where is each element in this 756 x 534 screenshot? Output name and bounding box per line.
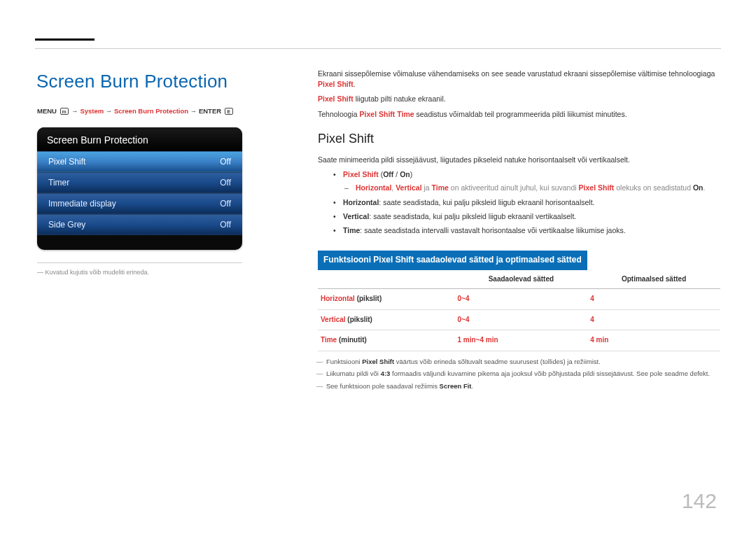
text: : saate seadistada, kui palju piksleid l… [369,212,576,220]
text: väärtus võib erineda sõltuvalt seadme su… [394,358,601,365]
cell-label-red: Vertical [321,316,346,323]
cell-optimal: 4 [587,289,720,310]
bc-menu: MENU [37,107,57,115]
osd-row-timer[interactable]: Timer Off [37,172,242,193]
keyword: Screen Fit [440,382,472,390]
text: : saate seadistada, kui palju piksleid l… [379,198,594,206]
keyword: Vertical [343,212,369,220]
intro-p3: Tehnoloogia Pixel Shift Time seadistus v… [318,109,721,120]
osd-row-value: Off [220,219,231,231]
keyword: Time [432,183,449,192]
intro-p2: Pixel Shift liigutab pilti natuke ekraan… [318,94,721,104]
osd-row-label: Immediate display [48,198,116,210]
header-rule-thin [35,48,721,49]
bullet-list: Pixel Shift (Off / On) Horizontal, Verti… [333,169,721,236]
cell-available: 0~4 [455,289,588,310]
cell-optimal: 4 [587,309,720,330]
text: on aktiveeritud ainult juhul, kui suvand… [449,183,579,192]
text: Ekraani sissepõlemise võimaluse vähendam… [318,69,715,78]
sub-bullet-activation: Horizontal, Vertical ja Time on aktiveer… [354,183,721,193]
note-2: Liikumatu pildi või 4:3 formaadis väljun… [318,369,721,379]
keyword: Time [343,226,360,234]
th-optimal: Optimaalsed sätted [587,270,720,289]
note-3: See funktsioon pole saadaval režiimis Sc… [318,381,721,391]
section-heading: Pixel Shift [318,129,721,148]
post-notes: Funktsiooni Pixel Shift väärtus võib eri… [318,357,721,391]
text: See funktsioon pole saadaval režiimis [326,382,440,390]
keyword-pixel-shift: Pixel Shift [318,94,354,103]
bc-system: System [80,107,104,115]
osd-row-side-grey[interactable]: Side Grey Off [37,214,242,235]
value-off: Off [383,170,393,178]
page-title: Screen Burn Protection [36,69,227,95]
osd-note-text: Kuvatud kujutis võib mudeliti erineda. [46,269,150,276]
cell-label-unit: (minutit) [337,336,367,344]
text: . [472,382,474,390]
bullet-time: Time: saate seadistada intervalli vastav… [333,225,721,236]
cell-label-red: Time [321,336,337,344]
text: Funktsiooni [326,358,362,365]
bullet-vertical: Vertical: saate seadistada, kui palju pi… [333,211,721,222]
keyword: Pixel Shift [579,183,615,192]
osd-row-value: Off [220,198,231,210]
table-caption-bar: Funktsiooni Pixel Shift saadaolevad sätt… [318,251,587,269]
osd-panel: Screen Burn Protection Pixel Shift Off T… [37,127,242,250]
text: Tehnoloogia [318,110,360,118]
cell-label-unit: (pikslit) [355,295,382,302]
keyword: Horizontal [343,198,379,206]
enter-icon: E [225,108,233,115]
cell-label-unit: (pikslit) [346,316,372,323]
keyword: Horizontal [356,183,391,192]
text: ) [410,170,413,178]
menu-icon: m [60,108,69,115]
osd-note-rule [37,262,242,263]
osd-row-value: Off [220,177,231,189]
bullet-horizontal: Horizontal: saate seadistada, kui palju … [333,197,721,208]
text: Liikumatu pildi või [326,370,381,377]
osd-row-label: Timer [48,177,69,189]
keyword: Pixel Shift [343,170,379,178]
text: . [354,80,356,88]
value-on: On [693,183,704,192]
intro-p1: Ekraani sissepõlemise võimaluse vähendam… [318,69,721,90]
page-number: 142 [682,486,717,517]
text: seadistus võimaldab teil programmeerida … [414,110,627,118]
keyword: Vertical [396,183,421,192]
osd-row-pixel-shift[interactable]: Pixel Shift Off [37,151,242,172]
cell-available: 1 min~4 min [455,330,588,351]
cell-optimal: 4 min [587,330,720,351]
text: : saate seadistada intervalli vastavalt … [360,226,625,234]
bullet-pixel-shift: Pixel Shift (Off / On) Horizontal, Verti… [333,169,721,193]
cell-available: 0~4 [455,309,588,330]
text: olekuks on seadistatud [614,183,693,192]
value-on: On [400,170,410,178]
text: . [704,183,706,192]
table-row: Vertical (pikslit) 0~4 4 [318,309,720,330]
osd-row-value: Off [220,156,231,168]
section-lead: Saate minimeerida pildi sissejäävust, li… [318,155,721,165]
table-row: Horizontal (pikslit) 0~4 4 [318,289,720,310]
keyword: 4:3 [381,370,391,377]
keyword-pixel-shift: Pixel Shift [318,80,354,88]
breadcrumb: MENU m → System → Screen Burn Protection… [37,106,234,116]
bc-enter: ENTER [199,107,221,115]
th-available: Saadaolevad sätted [455,270,588,289]
header-rule-thick [35,38,94,41]
th-blank [318,270,455,289]
text: / [393,170,400,178]
osd-row-label: Pixel Shift [48,156,85,168]
content-column: Ekraani sissepõlemise võimaluse vähendam… [318,69,721,394]
settings-table: Saadaolevad sätted Optimaalsed sätted Ho… [318,270,720,351]
dash-icon: ― [37,269,43,276]
cell-label-red: Horizontal [321,295,355,302]
keyword-pixel-shift-time: Pixel Shift Time [360,110,414,118]
text: liigutab pilti natuke ekraanil. [354,94,446,103]
osd-row-immediate[interactable]: Immediate display Off [37,193,242,214]
osd-row-label: Side Grey [48,219,85,231]
keyword: Pixel Shift [362,358,394,365]
text: formaadis väljundi kuvamine pikema aja j… [390,370,710,377]
note-1: Funktsiooni Pixel Shift väärtus võib eri… [318,357,721,367]
osd-note: ― Kuvatud kujutis võib mudeliti erineda. [37,268,149,277]
bc-sbp: Screen Burn Protection [114,107,188,115]
table-row: Time (minutit) 1 min~4 min 4 min [318,330,720,351]
